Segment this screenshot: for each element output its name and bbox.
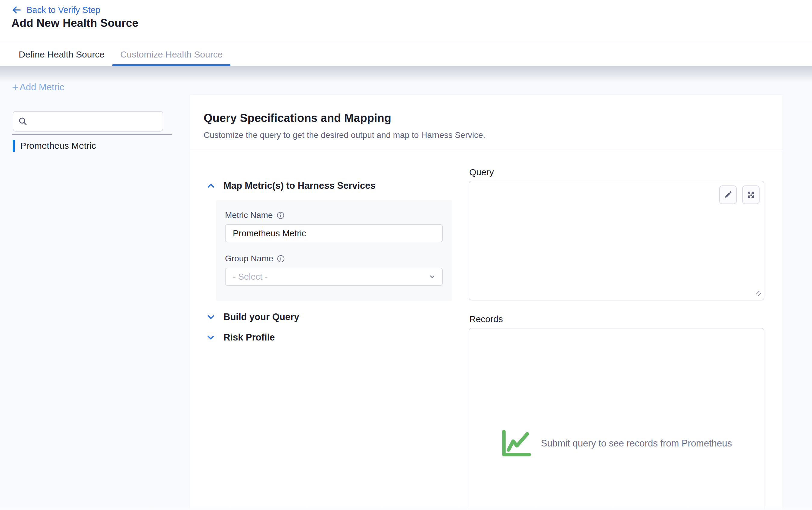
active-tab-indicator (112, 64, 230, 66)
metric-search-box (13, 111, 163, 131)
info-icon[interactable] (277, 211, 285, 219)
add-metric-label: Add Metric (20, 82, 64, 93)
section-map-metrics[interactable]: Map Metric(s) to Harness Services (206, 179, 376, 192)
tab-customize-health-source[interactable]: Customize Health Source (112, 43, 230, 66)
records-empty-state: Submit query to see records from Prometh… (469, 430, 764, 457)
metric-list-item-prometheus[interactable]: Prometheus Metric (13, 139, 175, 153)
selected-metric-indicator (13, 140, 15, 152)
query-specifications-panel: Query Specifications and Mapping Customi… (190, 95, 782, 510)
group-name-label-row: Group Name (225, 254, 443, 264)
metric-name-label-row: Metric Name (225, 210, 443, 220)
tab-define-label: Define Health Source (19, 49, 105, 60)
panel-subtitle: Customize the query to get the desired o… (204, 130, 485, 140)
resize-handle-icon[interactable] (754, 289, 762, 298)
query-box (469, 181, 764, 300)
metric-item-label: Prometheus Metric (20, 141, 96, 151)
chevron-down-icon (428, 273, 436, 280)
sidebar-divider (12, 134, 172, 135)
search-icon (18, 117, 28, 126)
edit-query-button[interactable] (719, 185, 737, 204)
line-chart-icon (501, 430, 532, 457)
group-name-select-value: - Select - (233, 272, 268, 282)
tabbar-shadow (0, 66, 812, 82)
metric-search-input[interactable] (31, 112, 163, 131)
map-metric-form-card: Metric Name Group Name - Select (216, 200, 452, 301)
page-title: Add New Health Source (11, 17, 139, 30)
panel-title: Query Specifications and Mapping (204, 112, 391, 125)
section-build-label: Build your Query (224, 311, 299, 323)
expand-icon (747, 190, 755, 199)
tab-customize-label: Customize Health Source (120, 49, 223, 60)
group-name-select[interactable]: - Select - (225, 268, 443, 286)
section-map-label: Map Metric(s) to Harness Services (224, 180, 376, 191)
panel-header-divider (190, 150, 782, 150)
tab-define-health-source[interactable]: Define Health Source (11, 43, 112, 66)
chevron-up-icon (206, 181, 216, 190)
back-arrow-icon (11, 5, 22, 15)
records-empty-message: Submit query to see records from Prometh… (541, 438, 732, 449)
query-label: Query (469, 167, 494, 177)
metric-name-label: Metric Name (225, 210, 273, 220)
chevron-down-icon (206, 333, 216, 342)
chevron-down-icon (206, 312, 216, 322)
expand-query-button[interactable] (742, 185, 760, 204)
back-link-label: Back to Verify Step (27, 5, 100, 15)
page-header: Back to Verify Step Add New Health Sourc… (0, 0, 812, 43)
info-icon[interactable] (277, 255, 285, 263)
metric-name-input[interactable] (225, 224, 443, 242)
section-risk-label: Risk Profile (224, 332, 275, 343)
plus-icon: + (12, 82, 18, 93)
query-actions (719, 185, 760, 204)
section-build-your-query[interactable]: Build your Query (206, 310, 299, 324)
add-metric-button[interactable]: + Add Metric (12, 82, 64, 93)
records-box: Submit query to see records from Prometh… (469, 328, 764, 510)
back-to-verify-step-link[interactable]: Back to Verify Step (11, 5, 100, 15)
section-risk-profile[interactable]: Risk Profile (206, 331, 275, 344)
records-label: Records (469, 314, 503, 324)
health-source-tabbar: Define Health Source Customize Health So… (0, 43, 812, 66)
group-name-label: Group Name (225, 254, 273, 264)
pencil-icon (724, 190, 732, 199)
